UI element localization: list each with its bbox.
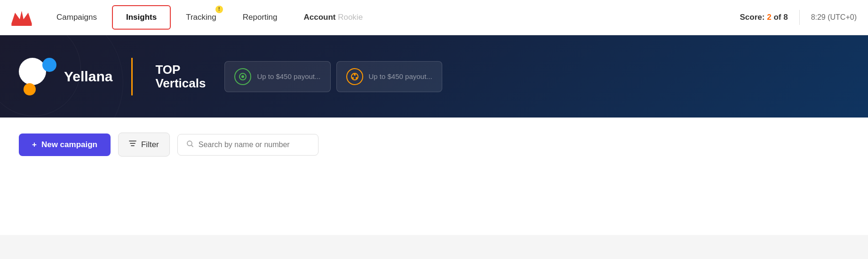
- offer-text-2: Up to $450 payout...: [369, 72, 432, 80]
- logo-crown-icon: [11, 9, 32, 26]
- promo-banner: Yellana TOP Verticals Up to $450 payout.…: [0, 35, 868, 118]
- circle-white: [19, 58, 46, 85]
- nav-insights[interactable]: Insights: [112, 5, 171, 30]
- circle-blue: [42, 58, 56, 72]
- main-nav: Campaigns Insights Tracking ! Reporting …: [43, 0, 740, 35]
- banner-top-text: TOP: [155, 63, 180, 77]
- nav-account[interactable]: Account Rookie: [290, 0, 376, 35]
- offer-card-1[interactable]: Up to $450 payout...: [224, 61, 330, 92]
- toolbar: + New campaign Filter: [19, 133, 849, 157]
- campaigns-label: Campaigns: [56, 13, 97, 22]
- nav-campaigns[interactable]: Campaigns: [43, 0, 110, 35]
- banner-brand-name: Yellana: [64, 69, 112, 85]
- search-input[interactable]: [199, 141, 310, 149]
- nav-right: Score: 2 of 8 8:29 (UTC+0): [740, 10, 857, 25]
- header-divider: [799, 10, 800, 25]
- account-label: Account: [303, 13, 335, 22]
- new-campaign-button[interactable]: + New campaign: [19, 133, 111, 156]
- tracking-label: Tracking: [186, 13, 216, 22]
- svg-point-3: [241, 75, 244, 78]
- main-content: + New campaign Filter: [0, 118, 868, 235]
- score-current: 2: [767, 13, 771, 22]
- search-box: [177, 134, 319, 156]
- svg-marker-0: [11, 11, 32, 24]
- svg-point-5: [354, 74, 356, 76]
- banner-logo: Yellana TOP Verticals: [19, 58, 206, 95]
- search-icon: [186, 140, 194, 149]
- new-campaign-label: New campaign: [41, 140, 97, 149]
- banner-circles: [19, 58, 56, 95]
- nav-tracking[interactable]: Tracking !: [173, 0, 230, 35]
- tracking-badge: !: [215, 6, 223, 13]
- score-label: Score:: [740, 13, 765, 22]
- circle-orange: [24, 83, 36, 95]
- score-total: 8: [783, 13, 788, 22]
- offer-icon-green: [234, 68, 251, 85]
- score-of: of: [773, 13, 781, 22]
- reporting-label: Reporting: [243, 13, 278, 22]
- offer-icon-orange: [346, 68, 363, 85]
- filter-icon: [129, 140, 136, 149]
- nav-reporting[interactable]: Reporting: [230, 0, 291, 35]
- svg-point-6: [352, 77, 354, 79]
- filter-label: Filter: [141, 140, 159, 149]
- banner-offers: Up to $450 payout... Up to $450 payout..…: [224, 61, 442, 92]
- main-header: Campaigns Insights Tracking ! Reporting …: [0, 0, 868, 35]
- account-tier: Rookie: [338, 13, 363, 22]
- filter-button[interactable]: Filter: [118, 133, 170, 157]
- offer-text-1: Up to $450 payout...: [257, 72, 320, 80]
- score-area: Score: 2 of 8: [740, 13, 788, 22]
- banner-divider: [131, 58, 133, 95]
- insights-label: Insights: [126, 13, 157, 22]
- plus-icon: +: [32, 140, 37, 149]
- offer-card-2[interactable]: Up to $450 payout...: [336, 61, 442, 92]
- logo-area: [11, 9, 32, 26]
- banner-verticals-text: Verticals: [155, 77, 206, 90]
- banner-top-verticals: TOP Verticals: [155, 63, 206, 90]
- svg-rect-1: [11, 24, 32, 26]
- time-display: 8:29 (UTC+0): [811, 13, 857, 22]
- svg-point-7: [356, 77, 358, 79]
